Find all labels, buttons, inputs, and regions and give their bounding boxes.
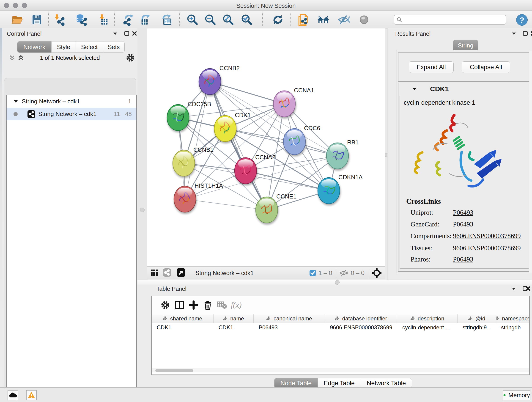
- column-header-database-identifier[interactable]: database identifier: [325, 314, 397, 323]
- import-network-file-icon[interactable]: [53, 13, 65, 26]
- cybrowser-home-icon[interactable]: [317, 13, 329, 26]
- network-share-icon[interactable]: [163, 268, 171, 278]
- export-table-icon[interactable]: [139, 13, 152, 26]
- splitter-handle[interactable]: [140, 208, 145, 212]
- column-header-namespace[interactable]: namespace: [496, 314, 529, 323]
- show-eye-icon[interactable]: [358, 13, 370, 26]
- cloud-status-button[interactable]: [7, 390, 18, 400]
- network-node-rb1[interactable]: RB1: [326, 139, 359, 169]
- network-edge[interactable]: [185, 82, 210, 199]
- show-columns-icon[interactable]: [172, 299, 186, 311]
- search-input[interactable]: [402, 16, 502, 23]
- table-settings-gear-icon[interactable]: [158, 299, 172, 311]
- network-options-gear-icon[interactable]: [126, 53, 135, 64]
- collapse-all-button[interactable]: Collapse All: [462, 61, 510, 73]
- cell-namespace[interactable]: stringdb: [496, 323, 529, 332]
- cell-database-identifier[interactable]: 9606.ENSP00000378699: [325, 323, 397, 332]
- scrollbar-thumb[interactable]: [155, 369, 193, 372]
- network-edge[interactable]: [225, 128, 337, 156]
- warning-status-button[interactable]: [26, 390, 37, 400]
- export-network-icon[interactable]: [122, 13, 135, 26]
- network-node-ccnb1[interactable]: CCNB1: [173, 146, 214, 176]
- network-node-hist1h1a[interactable]: HIST1H1A: [174, 182, 223, 212]
- network-node-ccna1[interactable]: CCNA1: [273, 87, 314, 117]
- network-edge[interactable]: [246, 171, 329, 191]
- zoom-selected-icon[interactable]: [241, 13, 253, 26]
- save-session-icon[interactable]: [31, 13, 43, 26]
- crosslink-uniprot-link[interactable]: P06493: [453, 209, 473, 216]
- open-session-icon[interactable]: [11, 13, 23, 26]
- control-panel-float-icon[interactable]: [123, 30, 130, 38]
- cell-name[interactable]: CDK1: [214, 323, 254, 332]
- import-network-database-icon[interactable]: [75, 13, 88, 26]
- hide-selected-icon[interactable]: [337, 13, 350, 26]
- table-horizontal-scrollbar[interactable]: [152, 369, 529, 372]
- network-graph[interactable]: CCNB2CCNA1CDC25BCDK1CDC6RB1CCNB1CCNA2CDK…: [147, 28, 385, 266]
- network-node-cdkn1a[interactable]: CDKN1A: [318, 174, 363, 204]
- selected-checkbox-icon[interactable]: [309, 269, 316, 276]
- horizontal-splitter[interactable]: [138, 280, 532, 285]
- vertical-splitter-left[interactable]: [138, 28, 147, 280]
- column-header-description[interactable]: description: [397, 314, 457, 323]
- fit-target-icon[interactable]: [372, 268, 382, 278]
- expand-all-button[interactable]: Expand All: [409, 61, 454, 73]
- crosslink-label: Tissues:: [411, 244, 432, 252]
- column-header-canonical-name[interactable]: canonical name: [254, 314, 325, 323]
- column-header-name[interactable]: name: [214, 314, 254, 323]
- column-header-shared-name[interactable]: shared name: [152, 314, 214, 323]
- create-column-icon[interactable]: [186, 299, 201, 311]
- memory-button[interactable]: Memory: [503, 390, 530, 400]
- splitter-handle[interactable]: [335, 280, 340, 285]
- control-panel-close-icon[interactable]: [131, 30, 138, 38]
- results-panel-collapse-icon[interactable]: [510, 30, 517, 38]
- results-scrollbar[interactable]: [529, 51, 532, 273]
- results-panel-float-icon[interactable]: [522, 30, 529, 38]
- network-tree-parent-row[interactable]: String Network – cdk1 1: [7, 95, 136, 108]
- tab-network-table[interactable]: Network Table: [361, 378, 412, 388]
- tab-node-table[interactable]: Node Table: [274, 378, 318, 388]
- zoom-out-icon[interactable]: [204, 13, 216, 26]
- network-tree-child-row[interactable]: String Network – cdk1 11 48: [7, 108, 136, 120]
- network-edge[interactable]: [210, 82, 267, 210]
- string-document-share-icon[interactable]: [297, 13, 310, 26]
- network-edge[interactable]: [185, 199, 267, 210]
- column-header-id[interactable]: @id: [457, 314, 496, 323]
- table-row[interactable]: CDK1 CDK1 P06493 9606.ENSP00000378699 cy…: [152, 323, 529, 332]
- section-expander-icon[interactable]: [412, 86, 418, 92]
- cell-id[interactable]: stringdb:9...: [457, 323, 496, 332]
- delete-column-icon[interactable]: [201, 299, 215, 311]
- zoom-fit-icon[interactable]: [222, 13, 234, 26]
- cell-canonical-name[interactable]: P06493: [254, 323, 325, 332]
- table-panel-collapse-icon[interactable]: [510, 285, 517, 293]
- tab-edge-table[interactable]: Edge Table: [318, 378, 361, 388]
- birdseye-grid-icon[interactable]: [150, 269, 158, 277]
- tab-style[interactable]: Style: [51, 41, 76, 53]
- crosslink-genecard-link[interactable]: P06493: [453, 220, 473, 228]
- crosslink-tissues-link[interactable]: 9606.ENSP00000378699: [453, 244, 521, 252]
- node-result-header[interactable]: CDK1: [399, 83, 530, 95]
- help-button[interactable]: ?: [516, 14, 528, 26]
- crosslink-compartments-link[interactable]: 9606.ENSP00000378699: [453, 232, 521, 240]
- import-table-icon[interactable]: [96, 13, 108, 26]
- network-node-ccne1[interactable]: CCNE1: [256, 193, 297, 223]
- function-builder-icon[interactable]: f(x): [229, 299, 243, 311]
- delete-table-icon[interactable]: [215, 299, 229, 311]
- network-canvas[interactable]: CCNB2CCNA1CDC25BCDK1CDC6RB1CCNB1CCNA2CDK…: [147, 28, 385, 267]
- cell-shared-name[interactable]: CDK1: [152, 323, 214, 332]
- zoom-in-icon[interactable]: [186, 13, 199, 26]
- apply-layout-icon[interactable]: [272, 13, 284, 26]
- tab-network[interactable]: Network: [17, 41, 51, 53]
- tab-sets[interactable]: Sets: [103, 41, 125, 53]
- export-image-icon[interactable]: [161, 13, 173, 26]
- table-panel-close-icon[interactable]: [525, 285, 532, 293]
- cell-description[interactable]: cyclin-dependent ...: [397, 323, 457, 332]
- hidden-eye-icon[interactable]: [339, 269, 348, 277]
- tab-select[interactable]: Select: [76, 41, 103, 53]
- tab-string[interactable]: String: [453, 40, 478, 51]
- results-panel-close-icon[interactable]: [530, 30, 532, 38]
- control-panel-collapse-icon[interactable]: [112, 30, 119, 38]
- tree-expander-icon[interactable]: [13, 99, 19, 104]
- crosslink-pharos-link[interactable]: P06493: [453, 255, 473, 263]
- network-edge[interactable]: [210, 82, 284, 104]
- detach-view-icon[interactable]: [176, 268, 186, 278]
